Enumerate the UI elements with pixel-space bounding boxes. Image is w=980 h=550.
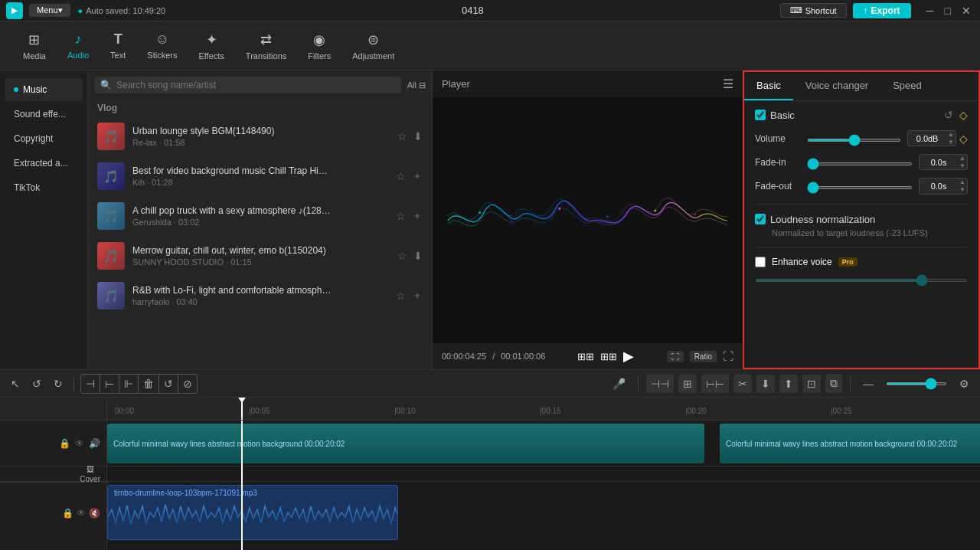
- volume-row: Volume 0.0dB ▲ ▼ ◇: [755, 130, 968, 146]
- audio-visible-button[interactable]: 👁: [77, 508, 86, 519]
- reset-button[interactable]: ↺: [944, 109, 953, 121]
- song-favorite-3[interactable]: ☆: [396, 209, 406, 223]
- timeline-merge-button[interactable]: ⊞: [678, 375, 697, 393]
- enhance-checkbox[interactable]: [755, 257, 766, 267]
- toolbar-transitions[interactable]: ⇄ Transitions: [235, 27, 297, 65]
- fade-out-decrement[interactable]: ▼: [958, 186, 967, 194]
- player-menu-icon[interactable]: ☰: [723, 77, 733, 91]
- fade-in-increment[interactable]: ▲: [958, 155, 967, 162]
- list-item[interactable]: 🎵 Urban lounge style BGM(1148490) Re-lax…: [88, 116, 432, 156]
- track-mute-button[interactable]: 🔊: [89, 438, 100, 449]
- cover-button[interactable]: 🖼 Cover: [80, 465, 100, 483]
- list-item[interactable]: 🎵 A chill pop truck with a sexy atmosphe…: [88, 196, 432, 236]
- toolbar-text[interactable]: T Text: [100, 27, 136, 64]
- sidebar-item-copyright[interactable]: Copyright: [5, 127, 83, 150]
- fullscreen-crop-button[interactable]: ⛶: [667, 351, 684, 362]
- fullscreen-button[interactable]: ⛶: [723, 350, 733, 362]
- close-button[interactable]: ✕: [959, 5, 974, 17]
- freeze-button[interactable]: ⊘: [178, 375, 197, 393]
- basic-checkbox[interactable]: [755, 110, 766, 120]
- export-button[interactable]: ↑ Export: [853, 3, 911, 18]
- redo-button[interactable]: ↻: [49, 375, 67, 393]
- media-icon: ⊞: [28, 31, 40, 48]
- sidebar-item-extracted[interactable]: Extracted a...: [5, 152, 83, 175]
- song-favorite-5[interactable]: ☆: [396, 289, 406, 303]
- toolbar-audio[interactable]: ♪ Audio: [57, 27, 100, 64]
- toolbar-media[interactable]: ⊞ Media: [12, 27, 57, 65]
- maximize-button[interactable]: □: [942, 5, 954, 17]
- speed-up-button[interactable]: ⬆: [779, 375, 798, 393]
- split-center-button[interactable]: ⊢: [100, 375, 119, 393]
- search-input[interactable]: [116, 80, 395, 90]
- song-download-4[interactable]: ⬇: [413, 250, 423, 262]
- fade-out-slider[interactable]: [807, 186, 913, 189]
- audio-clip[interactable]: timbo-drumline-loop-103bpm-171091.mp3: [107, 485, 398, 540]
- fade-out-increment[interactable]: ▲: [958, 178, 967, 186]
- audio-record-button[interactable]: 🎤: [608, 375, 630, 393]
- volume-keyframe[interactable]: ◇: [959, 133, 968, 145]
- volume-decrement[interactable]: ▼: [946, 139, 956, 146]
- all-filter-button[interactable]: All ⊟: [407, 80, 426, 90]
- play-pause-button[interactable]: ▶: [623, 348, 634, 365]
- track-lock-button[interactable]: 🔒: [59, 438, 70, 449]
- undo-button[interactable]: ↺: [28, 375, 46, 393]
- song-add-3[interactable]: ＋: [412, 209, 423, 223]
- sidebar-item-tiktok[interactable]: TikTok: [5, 176, 83, 199]
- fade-in-decrement[interactable]: ▼: [958, 162, 967, 170]
- select-tool-button[interactable]: ↖: [6, 375, 24, 393]
- sidebar-item-sound-effects[interactable]: Sound effe...: [5, 103, 83, 126]
- menu-button[interactable]: Menu▾: [29, 4, 70, 17]
- fade-out-input[interactable]: 0.0s: [920, 180, 958, 192]
- ratio-button[interactable]: Ratio: [690, 351, 717, 362]
- list-item[interactable]: 🎵 Merrow guitar, chill out, winter, emo …: [88, 236, 432, 276]
- list-item[interactable]: 🎵 Best for video background music Chill …: [88, 156, 432, 196]
- track-visible-button[interactable]: 👁: [75, 438, 84, 449]
- tab-basic[interactable]: Basic: [744, 72, 793, 100]
- video-clip-1[interactable]: Colorful minimal wavy lines abstract mot…: [107, 424, 704, 463]
- volume-increment[interactable]: ▲: [946, 131, 956, 139]
- fade-in-input[interactable]: 0.0s: [920, 156, 958, 169]
- speed-down-button[interactable]: ⬇: [756, 375, 775, 393]
- audio-mute-button[interactable]: 🔇: [89, 508, 100, 519]
- duplicate-button[interactable]: ⧉: [825, 374, 842, 393]
- timeline-trim-button[interactable]: ✂: [733, 375, 752, 393]
- volume-slider[interactable]: [807, 139, 901, 142]
- svg-point-5: [694, 214, 696, 215]
- split-left-button[interactable]: ⊣: [81, 375, 100, 393]
- list-item[interactable]: 🎵 R&B with Lo-Fi, light and comfortable …: [88, 276, 432, 316]
- enhance-slider[interactable]: [755, 279, 968, 282]
- loop-button[interactable]: ↺: [159, 375, 178, 393]
- volume-timeline-slider[interactable]: [886, 382, 947, 385]
- frame-forward-button[interactable]: ⊞⊞: [600, 351, 617, 362]
- song-favorite-4[interactable]: ☆: [397, 250, 407, 262]
- minimize-button[interactable]: ─: [923, 5, 937, 17]
- shortcut-button[interactable]: ⌨ Shortcut: [780, 3, 847, 18]
- volume-slider-button[interactable]: —: [858, 375, 878, 393]
- song-meta-5: harryfaoki · 03:40: [132, 297, 388, 306]
- toolbar-effects[interactable]: ✦ Effects: [188, 27, 234, 65]
- keyframe-button[interactable]: ◇: [959, 109, 968, 121]
- frame-back-button[interactable]: ⊞⊞: [577, 351, 594, 362]
- volume-input[interactable]: 0.0dB: [908, 133, 946, 145]
- split-right-button[interactable]: ⊩: [119, 375, 139, 393]
- song-add-2[interactable]: ＋: [412, 169, 423, 183]
- delete-button[interactable]: 🗑: [139, 375, 159, 393]
- timeline-split-right-button[interactable]: ⊢⊢: [701, 375, 729, 393]
- loudness-checkbox[interactable]: [755, 214, 766, 224]
- toolbar-adjustment[interactable]: ⊜ Adjustment: [341, 27, 405, 65]
- song-add-5[interactable]: ＋: [412, 289, 423, 303]
- video-clip-2[interactable]: Colorful minimal wavy lines abstract mot…: [720, 424, 980, 463]
- toolbar-filters[interactable]: ◉ Filters: [297, 27, 341, 65]
- audio-lock-button[interactable]: 🔒: [62, 508, 74, 519]
- sidebar-item-music[interactable]: Music: [5, 78, 83, 101]
- tab-speed[interactable]: Speed: [880, 72, 934, 100]
- toolbar-stickers[interactable]: ☺ Stickers: [136, 27, 188, 64]
- fade-in-slider[interactable]: [807, 162, 913, 165]
- song-download-1[interactable]: ⬇: [413, 130, 423, 142]
- song-favorite-1[interactable]: ☆: [397, 130, 407, 142]
- timeline-split-left-button[interactable]: ⊣⊣: [646, 375, 674, 393]
- timeline-settings-button[interactable]: ⚙: [955, 375, 974, 393]
- tab-voice-changer[interactable]: Voice changer: [793, 72, 880, 100]
- crop-button[interactable]: ⊡: [802, 375, 821, 393]
- song-favorite-2[interactable]: ☆: [396, 169, 406, 183]
